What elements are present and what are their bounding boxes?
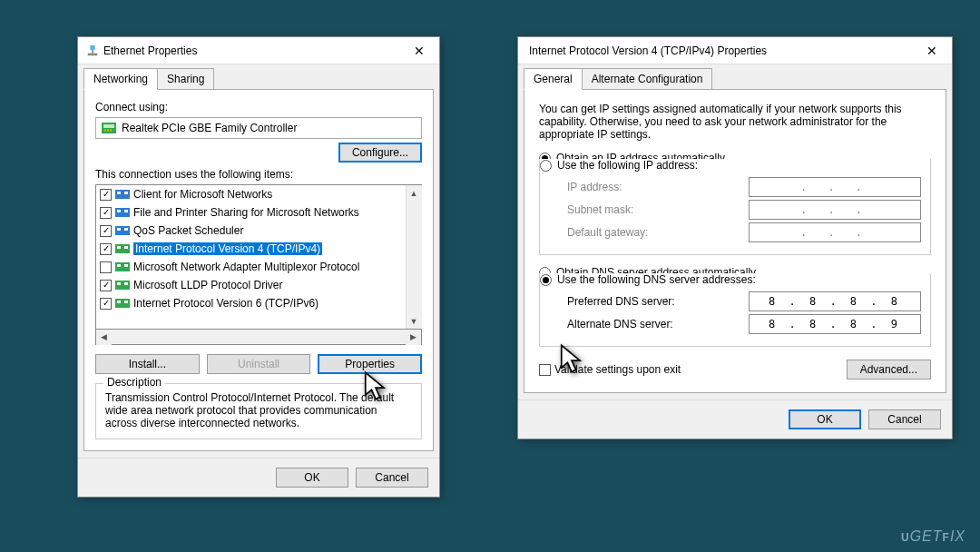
close-icon[interactable]: ✕ [912, 37, 952, 64]
ipv4-tabs: General Alternate Configuration [518, 64, 952, 90]
list-item[interactable]: File and Printer Sharing for Microsoft N… [96, 203, 406, 222]
close-icon[interactable]: ✕ [399, 37, 439, 64]
item-checkbox[interactable] [100, 243, 112, 255]
ipv4-tab-body: You can get IP settings assigned automat… [524, 89, 946, 393]
item-label: Microsoft Network Adapter Multiplexor Pr… [133, 261, 359, 273]
svg-rect-15 [117, 228, 121, 231]
protocol-icon [115, 261, 130, 273]
radio-icon [540, 160, 552, 172]
svg-rect-13 [124, 210, 128, 212]
list-item[interactable]: Internet Protocol Version 4 (TCP/IPv4) [96, 240, 406, 258]
radio-icon [540, 274, 552, 286]
list-item[interactable]: Microsoft Network Adapter Multiplexor Pr… [96, 258, 406, 276]
item-label: Client for Microsoft Networks [133, 188, 272, 201]
item-label: Microsoft LLDP Protocol Driver [133, 279, 283, 291]
item-label: File and Printer Sharing for Microsoft N… [133, 206, 359, 219]
scroll-down-icon[interactable]: ▼ [407, 313, 422, 329]
ipv4-titlebar[interactable]: Internet Protocol Version 4 (TCP/IPv4) P… [518, 37, 952, 64]
nic-icon [102, 123, 116, 133]
list-item[interactable]: Client for Microsoft Networks [96, 185, 406, 203]
item-checkbox[interactable] [100, 207, 112, 219]
radio-dns-manual[interactable]: Use the following DNS server addresses: [540, 273, 921, 286]
tab-alternate-configuration[interactable]: Alternate Configuration [582, 68, 713, 90]
properties-button[interactable]: Properties [318, 354, 422, 374]
svg-rect-21 [117, 264, 121, 267]
svg-rect-6 [107, 129, 109, 132]
validate-checkbox[interactable] [539, 364, 551, 376]
vertical-scrollbar[interactable]: ▲ ▼ [406, 185, 421, 329]
ipv4-title: Internet Protocol Version 4 (TCP/IPv4) P… [525, 44, 912, 57]
svg-rect-12 [117, 210, 121, 212]
protocol-icon [115, 297, 130, 310]
preferred-dns-field[interactable]: 8 . 8 . 8 . 8 [749, 291, 921, 311]
svg-rect-0 [90, 44, 94, 49]
ok-button[interactable]: OK [789, 409, 861, 429]
svg-rect-7 [110, 129, 112, 132]
item-label: Internet Protocol Version 6 (TCP/IPv6) [133, 297, 318, 310]
tab-general[interactable]: General [524, 68, 583, 90]
items-label: This connection uses the following items… [95, 168, 422, 181]
item-checkbox[interactable] [100, 261, 112, 273]
ipv4-footer: OK Cancel [518, 399, 952, 439]
subnet-mask-field: . . . [749, 200, 921, 220]
ipv4-properties-dialog: Internet Protocol Version 4 (TCP/IPv4) P… [517, 36, 953, 439]
ok-button[interactable]: OK [276, 468, 348, 488]
ethernet-tab-body: Connect using: Realtek PCIe GBE Family C… [83, 89, 434, 451]
radio-ip-manual[interactable]: Use the following IP address: [540, 159, 921, 172]
horizontal-scrollbar[interactable]: ◀ ▶ [95, 330, 422, 345]
protocol-icon [115, 279, 130, 291]
alternate-dns-label: Alternate DNS server: [567, 318, 749, 330]
connect-using-label: Connect using: [95, 101, 422, 113]
description-title: Description [103, 376, 165, 389]
adapter-field[interactable]: Realtek PCIe GBE Family Controller [95, 117, 422, 139]
tab-sharing[interactable]: Sharing [157, 68, 214, 90]
radio-ip-manual-label: Use the following IP address: [557, 159, 698, 172]
radio-dns-manual-label: Use the following DNS server addresses: [557, 273, 756, 286]
tab-networking[interactable]: Networking [83, 68, 158, 90]
ip-address-label: IP address: [567, 181, 749, 193]
alternate-dns-field[interactable]: 8 . 8 . 8 . 9 [749, 314, 921, 334]
ethernet-titlebar[interactable]: Ethernet Properties ✕ [78, 37, 439, 64]
description-text: Transmission Control Protocol/Internet P… [105, 391, 394, 429]
validate-label: Validate settings upon exit [554, 363, 681, 376]
ethernet-tabs: Networking Sharing [78, 64, 439, 90]
adapter-name: Realtek PCIe GBE Family Controller [122, 122, 297, 134]
dns-manual-group: Use the following DNS server addresses: … [539, 273, 931, 347]
advanced-button[interactable]: Advanced... [847, 360, 931, 380]
description-group: Description Transmission Control Protoco… [95, 383, 422, 439]
ethernet-icon [85, 44, 100, 58]
svg-rect-18 [117, 246, 121, 249]
default-gateway-field: . . . [749, 222, 921, 242]
list-item[interactable]: Microsoft LLDP Protocol Driver [96, 276, 406, 294]
scroll-track[interactable] [407, 201, 422, 313]
install-button[interactable]: Install... [95, 354, 200, 374]
ip-address-field: . . . [749, 177, 921, 197]
svg-rect-25 [124, 282, 128, 285]
protocol-icon [115, 206, 130, 219]
svg-rect-5 [104, 129, 106, 132]
scroll-up-icon[interactable]: ▲ [407, 185, 422, 201]
svg-rect-19 [124, 246, 128, 249]
network-items-listbox[interactable]: Client for Microsoft NetworksFile and Pr… [95, 184, 422, 330]
scroll-right-icon[interactable]: ▶ [406, 330, 421, 345]
item-label: QoS Packet Scheduler [133, 224, 243, 237]
cancel-button[interactable]: Cancel [868, 409, 941, 429]
ethernet-properties-dialog: Ethernet Properties ✕ Networking Sharing… [77, 36, 440, 498]
svg-rect-1 [92, 50, 93, 54]
item-checkbox[interactable] [100, 189, 112, 201]
scroll-left-icon[interactable]: ◀ [96, 330, 112, 345]
configure-button[interactable]: Configure... [338, 143, 422, 163]
list-item[interactable]: QoS Packet Scheduler [96, 222, 406, 240]
item-checkbox[interactable] [100, 225, 112, 237]
item-checkbox[interactable] [100, 298, 112, 310]
list-item[interactable]: Internet Protocol Version 6 (TCP/IPv6) [96, 294, 406, 312]
item-label: Internet Protocol Version 4 (TCP/IPv4) [133, 242, 322, 255]
default-gateway-label: Default gateway: [567, 226, 749, 239]
cancel-button[interactable]: Cancel [356, 468, 428, 488]
svg-rect-2 [88, 53, 98, 55]
item-checkbox[interactable] [100, 280, 112, 291]
subnet-mask-label: Subnet mask: [567, 203, 749, 216]
preferred-dns-label: Preferred DNS server: [567, 295, 749, 308]
ip-manual-group: Use the following IP address: IP address… [539, 159, 931, 255]
ipv4-blurb: You can get IP settings assigned automat… [539, 103, 931, 141]
